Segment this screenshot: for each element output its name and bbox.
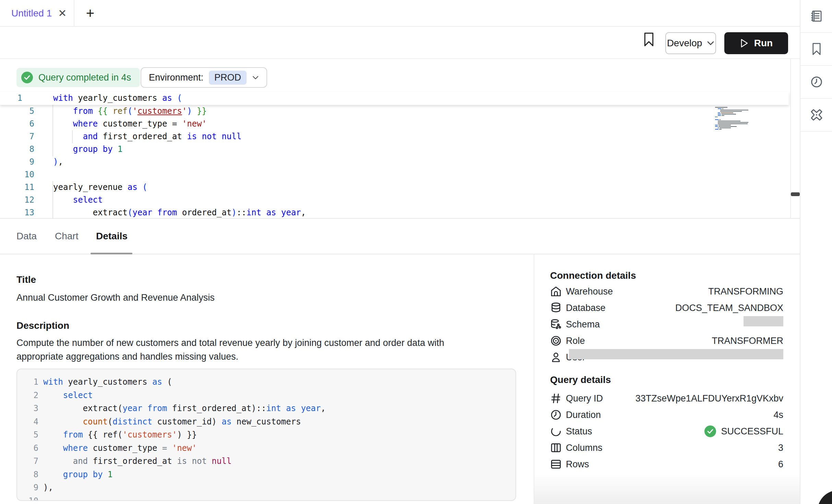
code-line: from {{ ref('customers') }} [53,105,207,118]
code-line: where customer_type = 'new' [43,442,197,455]
rail-bookmark-button[interactable] [800,33,832,66]
check-circle-icon [21,72,33,83]
code-line: select [53,194,103,206]
tab-chart[interactable]: Chart [55,219,78,254]
editor-line[interactable]: 9), [0,156,789,168]
dbt-logo-icon [810,108,823,121]
line-number: 13 [0,206,34,219]
role-icon [550,335,562,347]
line-number: 10 [0,168,34,181]
line-number: 8 [22,468,38,481]
code-line: extract(year from first_ordered_at)::int… [43,402,326,415]
row-label: Schema [566,316,600,333]
columns-icon [550,442,562,454]
minimap-line [715,118,756,119]
row-label: Query ID [566,390,603,407]
code-line: and first_ordered_at is not null [53,130,241,143]
redacted-value [744,316,783,326]
tab-data[interactable]: Data [16,219,37,254]
row-label: Duration [566,407,601,423]
sql-block-line: 4 count(distinct customer_id) as new_cus… [17,415,515,429]
row-label: Database [566,300,606,316]
tab-untitled-1[interactable]: Untitled 1 ✕ [0,0,74,27]
warehouse-icon [550,286,562,297]
supplied-sql-block[interactable]: 1with yearly_customers as (2 select3 ext… [16,369,516,501]
minimap-line [715,112,756,113]
develop-dropdown[interactable]: Develop [665,32,716,54]
bookmark-icon[interactable] [642,32,656,47]
query-row-columns: Columns3 [550,440,783,456]
query-row-duration: Duration4s [550,407,783,423]
row-label: Role [566,333,585,349]
clock-icon [550,409,562,421]
connection-row-database: DatabaseDOCS_TEAM_SANDBOX [550,300,783,316]
minimap-line [715,110,756,110]
editor-line[interactable]: 7 and first_ordered_at is not null [0,130,789,143]
connection-details-heading: Connection details [550,270,636,281]
code-line: and first_ordered_at is not null [43,455,231,468]
line-number: 9 [22,481,38,494]
connection-row-role: RoleTRANSFORMER [550,333,783,349]
row-value: 33TZseWpe1ALFDUYerxR1gVKxbv [635,390,783,407]
chevron-down-icon [252,75,259,80]
results-tab-bar: Data Chart Details [0,219,800,254]
value-text: TRANSFORMER [712,333,784,349]
code-line: yearly_revenue as ( [53,181,147,194]
minimap-line [715,119,756,120]
editor-scrollbar-thumb[interactable] [791,192,800,196]
rail-notebook-button[interactable] [800,0,832,33]
editor-line[interactable]: 8 group by 1 [0,143,789,156]
tab-details[interactable]: Details [96,219,128,254]
run-button[interactable]: Run [724,32,788,54]
connection-details-rows: WarehouseTRANSFORMINGDatabaseDOCS_TEAM_S… [550,283,783,365]
sql-block-line: 2 select [17,389,515,402]
line-number: 7 [22,455,38,468]
code-line: from {{ ref('customers') }} [43,428,197,442]
code-line: count(distinct customer_id) as new_custo… [43,415,301,429]
document-tab-bar: Untitled 1 ✕ + [0,0,800,27]
tab-label: Untitled 1 [11,8,52,19]
play-icon [740,38,749,48]
minimap-line [715,125,756,125]
row-value: TRANSFORMER [712,333,784,349]
minimap-line [715,128,756,128]
value-text: SUCCESSFUL [721,423,783,440]
environment-selector[interactable]: Environment: PROD [141,67,267,88]
bookmark-icon [810,43,823,56]
query-row-query-id: Query ID33TZseWpe1ALFDUYerxR1gVKxbv [550,390,783,407]
line-number: 5 [22,428,38,442]
line-number: 8 [0,143,34,156]
line-number: 5 [0,105,34,118]
rail-history-button[interactable] [800,66,832,99]
query-row-rows: Rows6 [550,456,783,472]
line-number: 6 [0,118,34,130]
minimap-line [715,129,756,130]
user-icon [550,351,562,363]
minimap-line [715,114,756,115]
minimap-line [715,106,756,106]
editor-line[interactable]: 12 select [0,194,789,206]
code-line: select [43,389,93,402]
editor-line[interactable]: 10 [0,168,789,181]
line-number: 4 [22,415,38,429]
line-number: 2 [22,389,38,402]
code-line: where customer_type = 'new' [53,118,207,130]
title-heading: Title [16,274,36,285]
row-label: Warehouse [566,283,613,300]
line-number: 6 [22,442,38,455]
right-icon-rail [800,0,832,504]
new-tab-button[interactable]: + [80,0,100,27]
editor-line[interactable]: 11yearly_revenue as ( [0,181,789,194]
tab-close-icon[interactable]: ✕ [58,8,67,19]
editor-code-lines[interactable]: 5 from {{ ref('customers') }}6 where cus… [0,105,789,219]
editor-line[interactable]: 13 extract(year from ordered_at)::int as… [0,206,789,219]
editor-line[interactable]: 5 from {{ ref('customers') }} [0,105,789,118]
row-value [744,316,783,326]
sql-block-line: 6 where customer_type = 'new' [17,442,515,455]
rail-dbt-logo-button[interactable] [800,99,832,132]
query-details-rows: Query ID33TZseWpe1ALFDUYerxR1gVKxbvDurat… [550,390,783,472]
editor-line[interactable]: 6 where customer_type = 'new' [0,118,789,130]
row-value: 6 [778,456,783,472]
title-value: Annual Customer Growth and Revenue Analy… [16,291,215,304]
line-number: 7 [0,130,34,143]
